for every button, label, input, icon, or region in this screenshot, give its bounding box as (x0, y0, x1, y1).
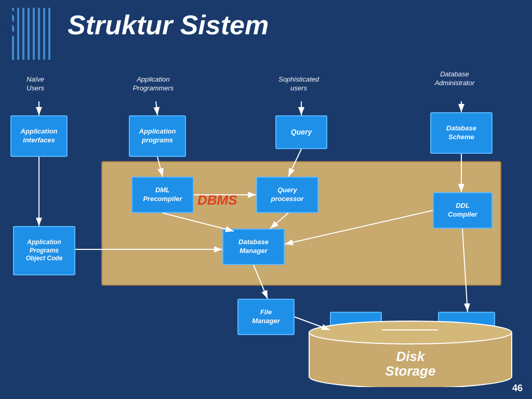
svg-point-16 (309, 321, 512, 344)
file-manager-box: FileManager (237, 299, 295, 335)
db-manager-box: DatabaseManager (222, 229, 285, 265)
ddl-compiler-box: DDLCompiler (433, 192, 493, 229)
sophisticated-users-label: Sophisticatedusers (270, 75, 327, 93)
app-programs-box: Applicationprograms (129, 115, 186, 157)
disk-storage-svg: Disk Storage (307, 288, 514, 387)
dbms-label: DBMS (197, 192, 237, 208)
page-title: Struktur Sistem (68, 9, 269, 41)
svg-line-11 (5, 36, 10, 42)
query-box: Query (275, 115, 327, 149)
query-processor-box: Queryprocessor (256, 177, 318, 213)
svg-text:Disk: Disk (396, 349, 425, 364)
app-programmers-label: ApplicationProgrammers (127, 75, 179, 93)
db-admin-label: DatabaseAdministrator (423, 70, 486, 88)
decorative-lines (5, 5, 62, 62)
dml-precompiler-box: DMLPrecompiler (131, 177, 194, 213)
svg-line-22 (156, 101, 157, 115)
naive-users-label: NaïveUsers (15, 75, 56, 93)
db-scheme-box: DatabaseScheme (430, 112, 493, 154)
app-programs-obj-box: ApplicationProgramsObject Code (13, 226, 75, 275)
svg-text:Storage: Storage (385, 363, 436, 379)
app-interfaces-box: Applicationinterfaces (10, 115, 68, 157)
